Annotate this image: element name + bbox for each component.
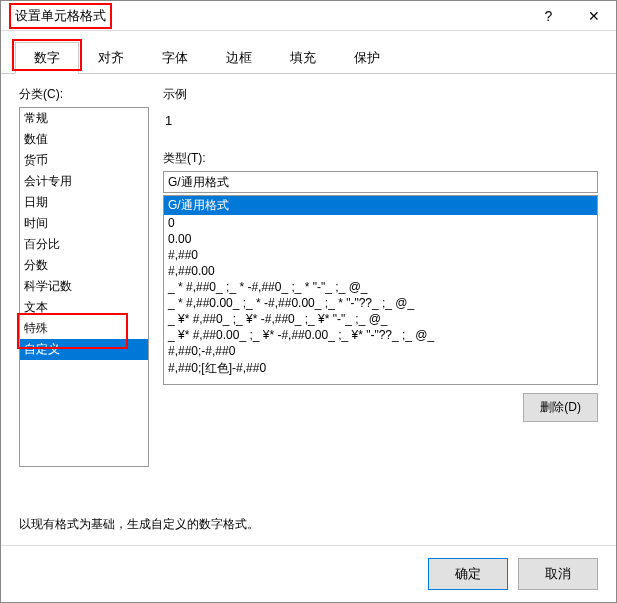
sample-label: 示例 xyxy=(163,86,598,103)
sample-value: 1 xyxy=(163,107,598,138)
format-item[interactable]: #,##0 xyxy=(164,247,597,263)
tab-protect[interactable]: 保护 xyxy=(335,42,399,74)
options-panel: 示例 1 类型(T): G/通用格式 0 0.00 #,##0 #,##0.00… xyxy=(163,86,598,500)
category-panel: 分类(C): 常规 数值 货币 会计专用 日期 时间 百分比 分数 科学记数 文… xyxy=(19,86,149,500)
category-item[interactable]: 特殊 xyxy=(20,318,148,339)
type-input[interactable] xyxy=(163,171,598,193)
dialog-body: 分类(C): 常规 数值 货币 会计专用 日期 时间 百分比 分数 科学记数 文… xyxy=(1,74,616,545)
format-item[interactable]: _ ¥* #,##0.00_ ;_ ¥* -#,##0.00_ ;_ ¥* "-… xyxy=(164,327,597,343)
type-label: 类型(T): xyxy=(163,150,598,167)
format-cells-dialog: 设置单元格格式 ? ✕ 数字 对齐 字体 边框 填充 保护 分类(C): 常规 … xyxy=(0,0,617,603)
tabs: 数字 对齐 字体 边框 填充 保护 xyxy=(1,31,616,74)
format-item[interactable]: _ * #,##0.00_ ;_ * -#,##0.00_ ;_ * "-"??… xyxy=(164,295,597,311)
help-button[interactable]: ? xyxy=(526,1,571,31)
format-listbox[interactable]: G/通用格式 0 0.00 #,##0 #,##0.00 _ * #,##0_ … xyxy=(163,195,598,385)
category-item[interactable]: 数值 xyxy=(20,129,148,150)
format-item[interactable]: 0 xyxy=(164,215,597,231)
category-item[interactable]: 货币 xyxy=(20,150,148,171)
category-item-custom[interactable]: 自定义 xyxy=(20,339,148,360)
category-item[interactable]: 科学记数 xyxy=(20,276,148,297)
category-item[interactable]: 百分比 xyxy=(20,234,148,255)
category-item[interactable]: 常规 xyxy=(20,108,148,129)
category-item[interactable]: 日期 xyxy=(20,192,148,213)
tab-number[interactable]: 数字 xyxy=(15,42,79,74)
note-text: 以现有格式为基础，生成自定义的数字格式。 xyxy=(19,516,598,533)
titlebar: 设置单元格格式 ? ✕ xyxy=(1,1,616,31)
cancel-button[interactable]: 取消 xyxy=(518,558,598,590)
format-item[interactable]: #,##0;-#,##0 xyxy=(164,343,597,359)
category-item[interactable]: 会计专用 xyxy=(20,171,148,192)
tab-border[interactable]: 边框 xyxy=(207,42,271,74)
category-item[interactable]: 文本 xyxy=(20,297,148,318)
format-item[interactable]: _ ¥* #,##0_ ;_ ¥* -#,##0_ ;_ ¥* "-"_ ;_ … xyxy=(164,311,597,327)
format-item[interactable]: _ * #,##0_ ;_ * -#,##0_ ;_ * "-"_ ;_ @_ xyxy=(164,279,597,295)
tab-font[interactable]: 字体 xyxy=(143,42,207,74)
close-button[interactable]: ✕ xyxy=(571,1,616,31)
category-listbox[interactable]: 常规 数值 货币 会计专用 日期 时间 百分比 分数 科学记数 文本 特殊 自定… xyxy=(19,107,149,467)
format-item[interactable]: #,##0;[红色]-#,##0 xyxy=(164,359,597,378)
tab-fill[interactable]: 填充 xyxy=(271,42,335,74)
category-label: 分类(C): xyxy=(19,86,149,103)
dialog-title: 设置单元格格式 xyxy=(9,3,112,29)
format-item[interactable]: G/通用格式 xyxy=(164,196,597,215)
format-item[interactable]: 0.00 xyxy=(164,231,597,247)
format-item[interactable]: #,##0.00 xyxy=(164,263,597,279)
ok-button[interactable]: 确定 xyxy=(428,558,508,590)
category-item[interactable]: 时间 xyxy=(20,213,148,234)
tab-align[interactable]: 对齐 xyxy=(79,42,143,74)
delete-button[interactable]: 删除(D) xyxy=(523,393,598,422)
tab-label: 数字 xyxy=(34,50,60,65)
category-item[interactable]: 分数 xyxy=(20,255,148,276)
dialog-footer: 确定 取消 xyxy=(1,545,616,602)
